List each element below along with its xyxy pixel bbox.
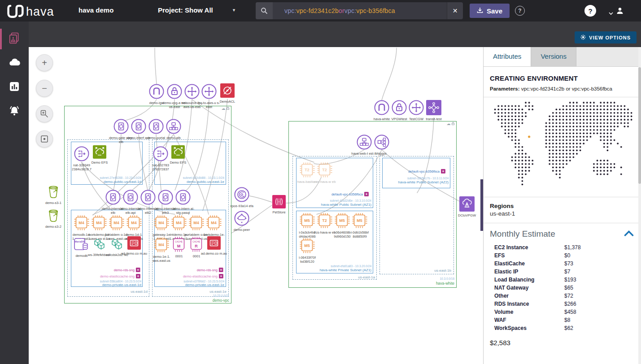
chip-icon: M5 [352, 212, 368, 230]
estimate-row: WAF$8 [494, 316, 635, 324]
diagram-label-subnet-e378fdd2-10-23-5-0-24: subnet-e378fdd2 - 10.23.5.0/24 [183, 280, 224, 283]
node-petstore[interactable]: PetStore [266, 195, 292, 215]
search-bar[interactable]: vpc:vpc-fd2341c2b or vpc:vpc-b356fbca ✕ [256, 2, 463, 19]
region-value: us-east-1 [490, 210, 635, 217]
estimate-row: Elastic IP$7 [494, 268, 635, 276]
zoom-out-button[interactable]: − [36, 80, 53, 97]
hava-logo[interactable]: hava [6, 3, 54, 21]
chip-icon: T2 [317, 162, 333, 180]
node-demo-intern-al-stg-pasql[interactable]: demo-intern al-stg-pasql [170, 190, 196, 215]
node-demo-alb[interactable]: demo-alb [160, 119, 187, 140]
svg-text:M4: M4 [131, 221, 137, 225]
help-filled-icon[interactable]: ? [584, 5, 596, 17]
svg-text:T2: T2 [322, 218, 327, 223]
node-dctovpgw[interactable]: DCtoVPGW [453, 196, 480, 218]
badge-default-vpc-b356fbca[interactable]: default-vpc-b356fbca [408, 169, 445, 173]
svg-text:M4: M4 [158, 243, 164, 247]
svg-text:M4: M4 [158, 221, 164, 225]
estimate-row: Other$72 [494, 292, 635, 300]
adcard-icon [127, 236, 141, 251]
svg-text:M5: M5 [304, 243, 310, 248]
search-icon [256, 2, 273, 19]
svg-text:CACHE: CACHE [192, 241, 200, 243]
node-ad-demo-co-m-au[interactable]: ad.demo.co m.au [201, 236, 227, 256]
badge-demo-rds-sng[interactable]: demo-rds-sng [197, 268, 223, 272]
sidebar-item-clouds[interactable] [0, 51, 29, 75]
badge-demo-rds-sng[interactable]: demo-rds-sng [114, 268, 140, 272]
svg-text:M4: M4 [211, 221, 217, 225]
fit-view-button[interactable] [36, 130, 53, 147]
search-input[interactable]: vpc:vpc-fd2341c2b or vpc:vpc-b356fbca [273, 2, 447, 19]
sidebar-item-environments[interactable] [0, 27, 29, 51]
clear-search-button[interactable]: ✕ [447, 2, 463, 19]
svg-text:MariaDB: MariaDB [75, 240, 85, 243]
environment-title: hava demo [78, 6, 113, 14]
svg-text:M5: M5 [304, 218, 310, 223]
diagram-label-10-23-0-0-21: 10.23.0.0/21 [213, 294, 229, 297]
node-i-0db1b56bf-8d8850f9[interactable]: M5i-0db1b56bf 8d8850f9 [346, 212, 373, 238]
sidebar-item-alerts[interactable] [0, 100, 29, 124]
svg-text:M4: M4 [96, 221, 102, 225]
node-higgys[interactable]: higgys [368, 134, 395, 156]
badge-demo-elasticcache-sng[interactable]: demo-elasticcache-sng [183, 274, 223, 278]
node-i-06433f70f-bd36f120[interactable]: M5i-06433f70f bd36f120 [294, 238, 321, 264]
tab-attributes[interactable]: Attributes [484, 47, 531, 66]
diagram-label-subnet-622c8d86-10-23-1-0-24: subnet-622c8d86 - 10.23.1.0/24 [183, 176, 224, 179]
svg-text:CACHE: CACHE [175, 241, 183, 243]
node-vpce-93a14-efa[interactable]: vpce-93a14 efa [228, 187, 255, 208]
node-demo-s3-2[interactable]: demo-s3-2 [40, 208, 67, 229]
chip-icon: M5 [299, 238, 315, 256]
node-demo-efs[interactable]: Demo EFS [86, 145, 113, 165]
scrollbar-thumb[interactable] [638, 67, 641, 184]
node-demo-s3-1[interactable]: demo-s3-1 [40, 185, 67, 205]
svg-text:R: R [195, 244, 198, 248]
chip-icon: M4 [126, 215, 142, 233]
svg-text:M4: M4 [176, 221, 182, 225]
svg-text:M5: M5 [357, 218, 362, 223]
adcard-icon [207, 236, 221, 251]
diagram-label-subnet-27e48288-10-23-0-0-24: subnet-27e48288 - 10.23.0.0/24 [100, 176, 141, 179]
zoom-area-button[interactable] [36, 105, 53, 122]
node-demoacl[interactable]: DemoACL [214, 83, 241, 104]
sidebar-item-stats[interactable] [0, 75, 29, 100]
cloud-icon [8, 58, 21, 69]
diagram-label-us-east-1a: us-east-1a [358, 275, 375, 279]
diagram-label-demo-private-us-east-1e: demo-private-us-east-1e [185, 283, 224, 287]
diagram-label-demo-public-us-east-1d: demo-public-us-east-1d [104, 180, 141, 184]
zoom-in-button[interactable]: + [36, 54, 53, 71]
flow-icon [374, 134, 389, 152]
node-ecs-hava-w-eb[interactable]: T2ecs-hava-w eb [311, 162, 338, 184]
divider [484, 197, 641, 197]
petstore-icon [272, 195, 286, 210]
diagram-label-demo-vpc: demo-vpc [213, 298, 229, 303]
divider [484, 223, 641, 223]
badge-default-vpc-b356fbca[interactable]: default-vpc-b356fbca [331, 192, 369, 196]
panel-scroll-indicator[interactable] [480, 179, 483, 231]
node-demo-efs[interactable]: Demo EFS [165, 145, 192, 165]
scrollbar-track[interactable] [638, 47, 641, 364]
user-avatar-icon[interactable] [616, 7, 624, 17]
view-options-button[interactable]: VIEW OPTIONS [575, 31, 637, 43]
svg-text:M4: M4 [193, 221, 199, 225]
hava-logo-text: hava [26, 5, 54, 19]
bar-chart-icon [9, 81, 20, 94]
estimate-table: EC2 Instance$1,378EFS$0ElastiCache$73Ela… [494, 243, 635, 332]
svg-text:M5: M5 [339, 218, 345, 223]
project-dropdown[interactable]: Project: Show All ▾ [158, 6, 235, 14]
tab-versions[interactable]: Versions [531, 47, 576, 66]
efs-icon [171, 145, 185, 160]
node-demo-peer[interactable]: demo-peer [228, 211, 255, 232]
node-transit-test[interactable]: transit-test [420, 100, 447, 121]
estimate-row: ElastiCache$73 [494, 260, 635, 268]
node-ad-demo-co-m-au[interactable]: ad.demo.co m.au [121, 236, 148, 256]
chevron-down-icon[interactable] [608, 9, 614, 17]
help-outline-icon[interactable]: ? [515, 6, 525, 16]
diagram-label-subnet-32b5a17b-10-3-11-0-24: subnet-32b5a17b - 10.3.11.0/24 [407, 177, 449, 180]
svg-text:T2: T2 [305, 168, 310, 172]
top-header: hava hava demo Project: Show All ▾ vpc:v… [0, 0, 641, 22]
collapse-estimate-icon[interactable] [624, 230, 634, 238]
save-button[interactable]: Save [470, 4, 510, 18]
diagram-label-subnet-42a32d6e-10-3-10-0-24: subnet-42a32d6e - 10.3.10.0/24 [330, 199, 371, 202]
diagram-label-demo-private-us-east-1d: demo-private-us-east-1d [102, 283, 141, 287]
badge-demo-elasticcache-sng[interactable]: demo-elasticcache-sng [100, 274, 140, 278]
